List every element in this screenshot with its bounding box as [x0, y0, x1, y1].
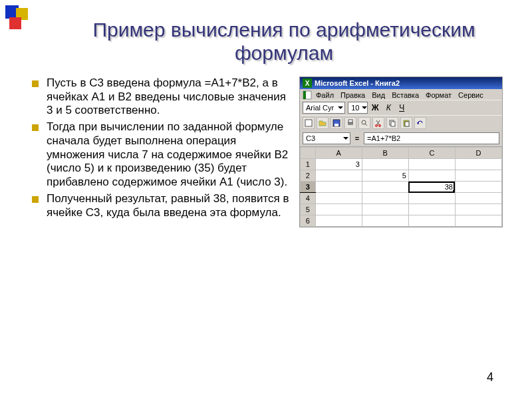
excel-window-title: Microsoft Excel - Книга2 [315, 79, 400, 87]
cell[interactable] [455, 204, 501, 215]
font-style-buttons: Ж К Ч [370, 103, 406, 112]
cut-icon[interactable] [372, 117, 384, 129]
formula-value: =A1+7*B2 [367, 134, 400, 142]
selected-cell[interactable]: 38 [408, 182, 455, 193]
cell[interactable] [455, 193, 501, 204]
svg-rect-21 [405, 122, 409, 126]
col-header[interactable]: A [315, 148, 362, 159]
font-name-combo[interactable]: Arial Cyr [303, 102, 345, 114]
row-header[interactable]: 5 [301, 204, 316, 215]
new-icon[interactable] [303, 117, 315, 129]
svg-rect-6 [303, 91, 306, 99]
menu-file[interactable]: Файл [313, 90, 336, 100]
cell[interactable] [455, 182, 501, 193]
svg-rect-11 [348, 120, 352, 122]
cell[interactable] [408, 159, 455, 170]
cell[interactable] [408, 215, 455, 227]
cell[interactable] [408, 193, 455, 204]
menu-service[interactable]: Сервис [456, 90, 486, 100]
cell[interactable] [408, 204, 455, 215]
cell[interactable]: 5 [362, 170, 408, 182]
cell[interactable] [315, 215, 362, 227]
print-icon[interactable] [344, 117, 356, 129]
row-header[interactable]: 1 [301, 159, 316, 170]
font-toolbar: Arial Cyr 10 Ж К Ч [300, 100, 502, 115]
save-icon[interactable] [331, 117, 342, 129]
cell[interactable]: 3 [315, 159, 362, 170]
cell[interactable] [362, 215, 408, 227]
formula-input[interactable]: =A1+7*B2 [364, 132, 499, 144]
workbook-icon [303, 90, 312, 100]
page-number: 4 [487, 370, 493, 384]
grid-row: 6 [301, 215, 502, 227]
bullet-item: Полученный результат, равный 38, появитс… [32, 192, 291, 219]
svg-rect-19 [391, 122, 395, 126]
menu-view[interactable]: Вид [369, 90, 388, 100]
cell[interactable] [455, 215, 501, 227]
cell[interactable] [362, 159, 408, 170]
cell[interactable] [315, 204, 362, 215]
excel-menubar: Файл Правка Вид Вставка Формат Сервис [300, 89, 502, 100]
preview-icon[interactable] [358, 117, 370, 129]
excel-screenshot: X Microsoft Excel - Книга2 Файл Правка В… [291, 76, 505, 227]
italic-button[interactable]: К [384, 103, 393, 112]
svg-rect-2 [9, 17, 21, 29]
paste-icon[interactable] [400, 117, 412, 129]
cell-grid[interactable]: A B C D 1 3 2 [300, 146, 502, 227]
cell[interactable] [315, 170, 362, 182]
bullet-item: Тогда при вычислении по заданной формуле… [32, 120, 291, 190]
bullet-item: Пусть в С3 введена формула =А1+7*В2, а в… [32, 76, 291, 118]
select-all-corner[interactable] [301, 148, 316, 159]
row-header[interactable]: 6 [301, 215, 316, 227]
row-header[interactable]: 2 [301, 170, 316, 182]
cell[interactable] [455, 170, 501, 182]
grid-row: 5 [301, 204, 502, 215]
row-header[interactable]: 3 [301, 182, 316, 193]
row-header[interactable]: 4 [301, 193, 316, 204]
grid-row: 2 5 [301, 170, 502, 182]
excel-app-icon: X [303, 78, 312, 88]
cell[interactable] [362, 204, 408, 215]
menu-insert[interactable]: Вставка [389, 90, 422, 100]
chevron-down-icon [343, 137, 348, 140]
grid-row: 3 38 [301, 182, 502, 193]
excel-window: X Microsoft Excel - Книга2 Файл Правка В… [299, 76, 503, 227]
slide: Пример вычисления по арифметическим форм… [0, 0, 532, 399]
svg-text:X: X [305, 80, 310, 87]
open-icon[interactable] [317, 117, 329, 129]
name-box[interactable]: C3 [303, 132, 350, 144]
menu-format[interactable]: Формат [423, 90, 454, 100]
standard-toolbar [300, 115, 502, 130]
copy-icon[interactable] [386, 117, 398, 129]
corner-decoration [5, 5, 31, 31]
col-header[interactable]: B [362, 148, 408, 159]
cell[interactable] [315, 182, 362, 193]
slide-title: Пример вычисления по арифметическим форм… [63, 19, 505, 65]
svg-rect-7 [305, 120, 312, 126]
content-row: Пусть в С3 введена формула =А1+7*В2, а в… [32, 76, 505, 227]
col-header[interactable]: D [455, 148, 501, 159]
cell[interactable] [315, 193, 362, 204]
formula-bar: C3 = =A1+7*B2 [300, 130, 502, 146]
font-size-combo[interactable]: 10 [348, 102, 368, 114]
svg-line-13 [365, 124, 367, 126]
chevron-down-icon [362, 106, 367, 109]
cell[interactable] [362, 193, 408, 204]
cell[interactable] [408, 170, 455, 182]
col-header[interactable]: C [408, 148, 455, 159]
font-size-value: 10 [351, 104, 359, 112]
chevron-down-icon [338, 106, 343, 109]
excel-titlebar: X Microsoft Excel - Книга2 [300, 77, 502, 89]
cell[interactable] [362, 182, 408, 193]
name-box-value: C3 [306, 134, 315, 142]
svg-rect-9 [334, 124, 338, 126]
bold-button[interactable]: Ж [370, 103, 380, 112]
grid-row: 4 [301, 193, 502, 204]
undo-icon[interactable] [414, 117, 426, 129]
font-name-value: Arial Cyr [306, 104, 334, 112]
menu-edit[interactable]: Правка [338, 90, 368, 100]
equals-button[interactable]: = [352, 133, 362, 144]
underline-button[interactable]: Ч [397, 103, 406, 112]
cell[interactable] [455, 159, 501, 170]
bullet-list: Пусть в С3 введена формула =А1+7*В2, а в… [32, 76, 291, 227]
